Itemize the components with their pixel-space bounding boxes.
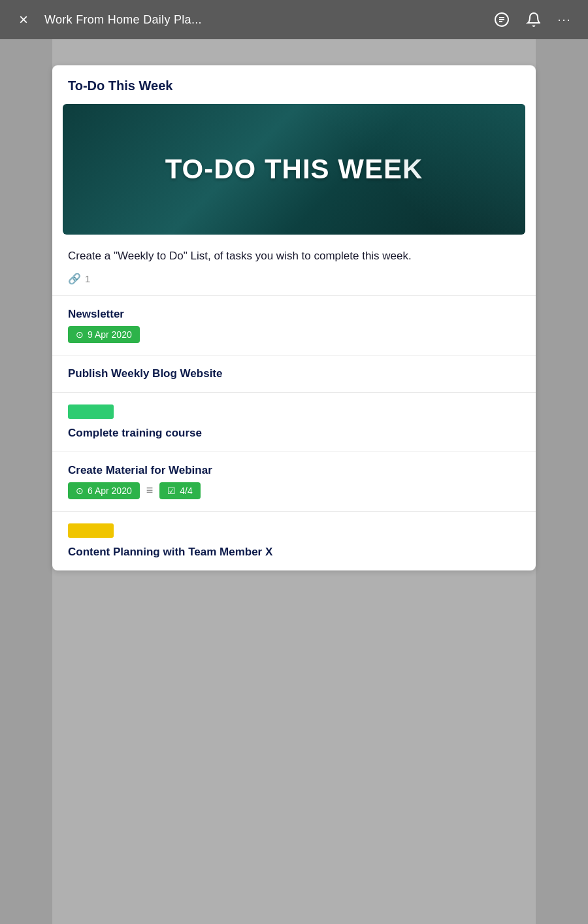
attachment-icon: 🔗 [68,272,81,285]
main-content: To-Do This Week TO-DO THIS WEEK Create a… [0,39,588,924]
list-item[interactable]: Content Planning with Team Member X [52,512,536,570]
description-text: Create a "Weekly to Do" List, of tasks y… [68,248,520,265]
attachment-count: 1 [85,273,90,284]
date-badge: 9 Apr 2020 [68,326,140,343]
item-title: Publish Weekly Blog Website [68,367,520,380]
top-bar: × Work From Home Daily Pla... ··· [0,0,588,39]
yellow-tag [68,523,114,538]
checklist-count: 4/4 [180,486,192,496]
lines-icon: ≡ [146,484,154,497]
list-item[interactable]: Complete training course [52,393,536,452]
card-header: To-Do This Week [52,65,536,104]
list-item[interactable]: Publish Weekly Blog Website [52,355,536,393]
bell-icon[interactable] [523,9,544,30]
page-title: Work From Home Daily Pla... [44,13,481,27]
list-item[interactable]: Create Material for Webinar 6 Apr 2020 ≡… [52,452,536,512]
card-title: To-Do This Week [68,78,520,93]
date-badge: 6 Apr 2020 [68,482,140,499]
hero-banner: TO-DO THIS WEEK [63,104,525,235]
item-title: Newsletter [68,308,520,321]
description-area: Create a "Weekly to Do" List, of tasks y… [52,235,536,296]
item-title: Content Planning with Team Member X [68,546,520,559]
badges-row: 6 Apr 2020 ≡ 4/4 [68,482,520,499]
more-options-icon[interactable]: ··· [554,9,575,30]
hero-decoration [294,104,525,235]
item-title: Create Material for Webinar [68,464,520,477]
item-title: Complete training course [68,427,520,440]
document-icon[interactable] [491,9,512,30]
todo-card: To-Do This Week TO-DO THIS WEEK Create a… [52,65,536,570]
green-tag [68,404,114,419]
check-icon [167,486,176,496]
checklist-badge: 4/4 [159,482,200,499]
list-item[interactable]: Newsletter 9 Apr 2020 [52,296,536,355]
close-icon[interactable]: × [13,9,34,30]
attachment-row: 🔗 1 [68,272,520,285]
